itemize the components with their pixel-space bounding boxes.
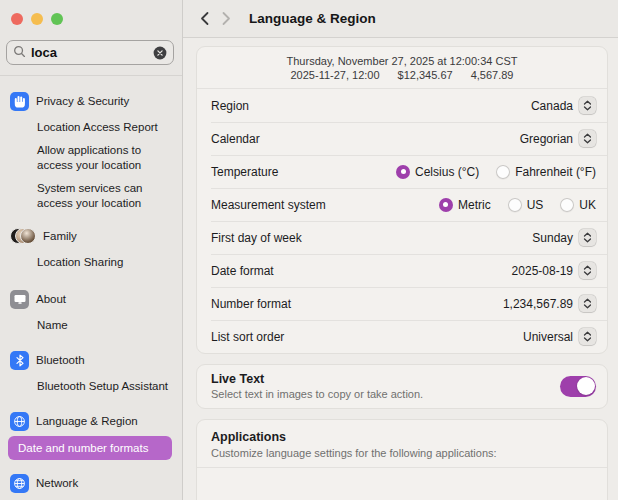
about-display-icon	[10, 290, 29, 309]
search-icon	[13, 44, 26, 62]
radio-unselected-icon[interactable]	[508, 198, 522, 212]
sidebar-item-label: Privacy & Security	[36, 95, 129, 107]
search-field[interactable]	[6, 40, 174, 65]
sidebar-item-language-region[interactable]: Language & Region	[10, 410, 174, 432]
list-sort-value: Universal	[523, 330, 573, 344]
privacy-hand-icon	[10, 92, 29, 111]
uk-label: UK	[579, 198, 596, 212]
formats-card: Thursday, November 27, 2025 at 12:00:34 …	[196, 46, 608, 354]
celsius-label: Celsius (°C)	[415, 165, 479, 179]
measurement-label: Measurement system	[211, 198, 326, 212]
network-globe-icon	[10, 474, 29, 493]
sidebar-results-list: Privacy & Security Location Access Repor…	[0, 76, 182, 494]
uk-radio[interactable]: UK	[560, 198, 596, 212]
calendar-label: Calendar	[211, 132, 260, 146]
search-input[interactable]	[31, 45, 148, 60]
preview-number: 4,567.89	[471, 69, 514, 81]
chevron-up-down-icon[interactable]	[579, 97, 596, 114]
family-avatars-icon	[10, 227, 36, 246]
sidebar-item-label: Family	[43, 230, 77, 242]
us-radio[interactable]: US	[508, 198, 544, 212]
row-measurement-system: Measurement system Metric US UK	[197, 188, 607, 221]
row-list-sort-order: List sort order Universal	[197, 320, 607, 353]
list-sort-dropdown[interactable]: Universal	[523, 328, 596, 345]
number-format-label: Number format	[211, 297, 291, 311]
celsius-radio[interactable]: Celsius (°C)	[396, 165, 479, 179]
sidebar-item-family[interactable]: Family	[10, 225, 174, 247]
chevron-up-down-icon[interactable]	[579, 130, 596, 147]
date-format-dropdown[interactable]: 2025-08-19	[512, 262, 596, 279]
metric-label: Metric	[458, 198, 491, 212]
row-date-format: Date format 2025-08-19	[197, 254, 607, 287]
radio-selected-icon[interactable]	[439, 198, 453, 212]
radio-unselected-icon[interactable]	[496, 165, 510, 179]
back-button[interactable]	[193, 7, 215, 31]
applications-subtitle: Customize language settings for the foll…	[211, 447, 593, 459]
first-day-dropdown[interactable]: Sunday	[532, 229, 596, 246]
sidebar: Privacy & Security Location Access Repor…	[0, 0, 183, 500]
settings-scroll-area[interactable]: Thursday, November 27, 2025 at 12:00:34 …	[183, 38, 618, 500]
fahrenheit-radio[interactable]: Fahrenheit (°F)	[496, 165, 596, 179]
fahrenheit-label: Fahrenheit (°F)	[515, 165, 596, 179]
close-button[interactable]	[11, 13, 23, 25]
zoom-button[interactable]	[51, 13, 63, 25]
sidebar-item-label: Network	[36, 477, 78, 489]
bluetooth-icon	[10, 351, 29, 370]
sidebar-item-bluetooth-setup-assistant[interactable]: Bluetooth Setup Assistant	[37, 379, 174, 394]
sidebar-item-network[interactable]: Network	[10, 472, 174, 494]
row-region: Region Canada	[197, 89, 607, 122]
number-format-value: 1,234,567.89	[503, 297, 573, 311]
live-text-card: Live Text Select text in images to copy …	[196, 364, 608, 409]
number-format-dropdown[interactable]: 1,234,567.89	[503, 295, 596, 312]
temperature-label: Temperature	[211, 165, 278, 179]
live-text-subtitle: Select text in images to copy or take ac…	[211, 388, 423, 400]
sidebar-item-label: About	[36, 293, 66, 305]
applications-header: Applications Customize language settings…	[197, 420, 607, 468]
sidebar-item-bluetooth[interactable]: Bluetooth	[10, 349, 174, 371]
language-globe-icon	[10, 412, 29, 431]
date-format-value: 2025-08-19	[512, 264, 573, 278]
preview-short-datetime: 2025-11-27, 12:00	[291, 69, 380, 81]
metric-radio[interactable]: Metric	[439, 198, 491, 212]
minimize-button[interactable]	[31, 13, 43, 25]
page-title: Language & Region	[249, 11, 376, 26]
chevron-up-down-icon[interactable]	[579, 262, 596, 279]
first-day-label: First day of week	[211, 231, 302, 245]
chevron-up-down-icon[interactable]	[579, 295, 596, 312]
chevron-up-down-icon[interactable]	[579, 229, 596, 246]
sidebar-item-label: Language & Region	[36, 415, 138, 427]
sidebar-item-date-number-formats-selected[interactable]: Date and number formats	[8, 436, 172, 460]
search-block	[0, 25, 182, 76]
radio-selected-icon[interactable]	[396, 165, 410, 179]
sidebar-item-location-access-report[interactable]: Location Access Report	[37, 120, 174, 135]
sidebar-item-system-services[interactable]: System services can access your location	[37, 181, 174, 211]
preview-currency: $12,345.67	[398, 69, 453, 81]
first-day-value: Sunday	[532, 231, 573, 245]
radio-unselected-icon[interactable]	[560, 198, 574, 212]
format-preview: Thursday, November 27, 2025 at 12:00:34 …	[197, 47, 607, 89]
live-text-toggle[interactable]	[560, 376, 596, 397]
row-first-day-of-week: First day of week Sunday	[197, 221, 607, 254]
temperature-radio-group: Celsius (°C) Fahrenheit (°F)	[396, 165, 596, 179]
applications-card: Applications Customize language settings…	[196, 419, 608, 500]
header: Language & Region	[183, 0, 618, 38]
sidebar-item-about[interactable]: About	[10, 288, 174, 310]
sidebar-item-allow-applications[interactable]: Allow applications to access your locati…	[37, 143, 174, 173]
clear-search-icon[interactable]	[153, 46, 167, 60]
sidebar-item-location-sharing[interactable]: Location Sharing	[37, 255, 174, 270]
sidebar-item-privacy-security[interactable]: Privacy & Security	[10, 90, 174, 112]
forward-button[interactable]	[215, 7, 237, 31]
system-settings-window: Privacy & Security Location Access Repor…	[0, 0, 618, 500]
live-text-title: Live Text	[211, 372, 423, 386]
traffic-lights	[0, 0, 182, 25]
applications-empty-list	[197, 468, 607, 500]
calendar-dropdown[interactable]: Gregorian	[520, 130, 596, 147]
region-dropdown[interactable]: Canada	[531, 97, 596, 114]
sidebar-item-name[interactable]: Name	[37, 318, 174, 333]
chevron-up-down-icon[interactable]	[579, 328, 596, 345]
preview-line-examples: 2025-11-27, 12:00$12,345.674,567.89	[209, 68, 595, 82]
live-text-info: Live Text Select text in images to copy …	[211, 372, 423, 400]
toggle-knob[interactable]	[577, 377, 595, 395]
region-label: Region	[211, 99, 249, 113]
sidebar-item-label: Bluetooth	[36, 354, 85, 366]
